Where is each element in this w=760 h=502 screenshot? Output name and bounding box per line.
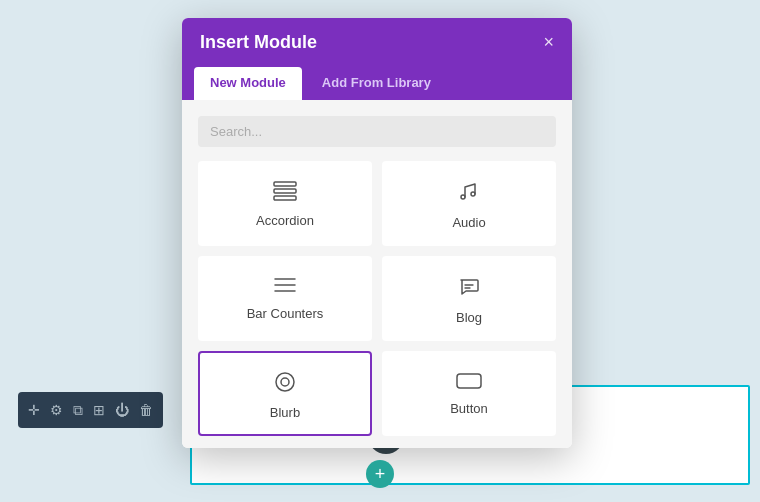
svg-rect-2	[274, 196, 296, 200]
svg-point-11	[281, 378, 289, 386]
modal-title: Insert Module	[200, 32, 317, 53]
close-icon[interactable]: ×	[543, 32, 554, 53]
insert-module-modal: Insert Module × New Module Add From Libr…	[182, 18, 572, 448]
modal-overlay: Insert Module × New Module Add From Libr…	[0, 0, 760, 502]
svg-rect-1	[274, 189, 296, 193]
button-label: Button	[450, 401, 488, 416]
module-grid: Accordion Audio	[198, 161, 556, 436]
modal-header: Insert Module ×	[182, 18, 572, 67]
search-input[interactable]	[198, 116, 556, 147]
button-icon	[456, 371, 482, 393]
tab-new-module[interactable]: New Module	[194, 67, 302, 100]
svg-point-10	[276, 373, 294, 391]
svg-rect-0	[274, 182, 296, 186]
blog-icon	[458, 276, 480, 302]
accordion-label: Accordion	[256, 213, 314, 228]
modal-body: Accordion Audio	[182, 100, 572, 448]
svg-point-4	[471, 192, 475, 196]
blurb-icon	[274, 371, 296, 397]
accordion-icon	[273, 181, 297, 205]
svg-point-3	[461, 195, 465, 199]
module-card-audio[interactable]: Audio	[382, 161, 556, 246]
bar-counters-label: Bar Counters	[247, 306, 324, 321]
module-card-blurb[interactable]: Blurb	[198, 351, 372, 436]
svg-rect-12	[457, 374, 481, 388]
blurb-label: Blurb	[270, 405, 300, 420]
module-card-bar-counters[interactable]: Bar Counters	[198, 256, 372, 341]
audio-label: Audio	[452, 215, 485, 230]
module-card-accordion[interactable]: Accordion	[198, 161, 372, 246]
audio-icon	[458, 181, 480, 207]
tab-add-from-library[interactable]: Add From Library	[306, 67, 447, 100]
bar-counters-icon	[273, 276, 297, 298]
module-card-blog[interactable]: Blog	[382, 256, 556, 341]
blog-label: Blog	[456, 310, 482, 325]
module-card-button[interactable]: Button	[382, 351, 556, 436]
modal-tabs: New Module Add From Library	[182, 67, 572, 100]
add-section-button[interactable]: +	[366, 460, 394, 488]
